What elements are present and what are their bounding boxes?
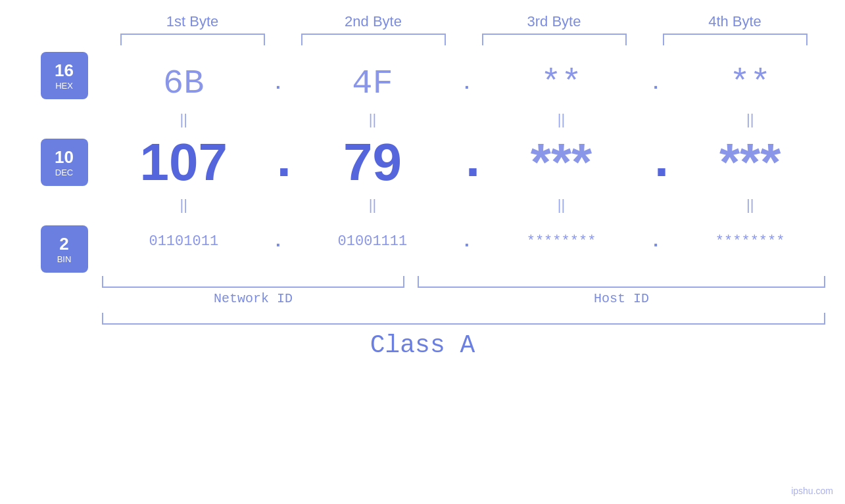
bracket-byte2 <box>301 34 446 45</box>
dec-b4: *** <box>685 132 816 193</box>
hex-badge-label: HEX <box>55 81 73 91</box>
dec-b2: 79 <box>306 132 438 193</box>
byte1-header: 1st Byte <box>120 13 265 30</box>
hex-badge: 16 HEX <box>41 52 88 99</box>
bin-row: 01101011 . 01001111 . ******** . <box>102 215 832 267</box>
eq2-b3: || <box>496 196 627 214</box>
host-bracket <box>418 276 825 288</box>
class-a-label: Class A <box>370 331 475 359</box>
top-brackets <box>0 34 845 45</box>
dec-dot3: . <box>646 136 665 189</box>
host-id-label: Host ID <box>418 291 825 306</box>
big-bracket-row <box>0 313 845 325</box>
eq2-b4: || <box>685 196 816 214</box>
byte-headers: 1st Byte 2nd Byte 3rd Byte 4th Byte <box>0 13 845 30</box>
dec-b1: 107 <box>118 132 249 193</box>
network-id-label: Network ID <box>102 291 404 306</box>
values-grid: 6B . 4F . ** . ** <box>102 57 832 267</box>
bin-badge-label: BIN <box>57 254 72 264</box>
bin-badge: 2 BIN <box>41 225 88 273</box>
bin-dot1: . <box>268 231 288 252</box>
hex-b1: 6B <box>118 64 249 103</box>
bin-b1: 01101011 <box>118 233 249 250</box>
dec-badge-label: DEC <box>55 168 73 177</box>
bin-dot2: . <box>457 231 477 252</box>
dec-badge: 10 DEC <box>41 139 88 186</box>
dec-b3: *** <box>496 132 627 193</box>
byte2-header: 2nd Byte <box>301 13 446 30</box>
dec-badge-num: 10 <box>55 147 74 168</box>
hex-row: 6B . 4F . ** . ** <box>102 57 832 110</box>
byte3-header: 3rd Byte <box>482 13 627 30</box>
hex-dot1: . <box>268 74 288 94</box>
hex-dot2: . <box>457 74 477 94</box>
dec-dot2: . <box>457 136 477 189</box>
main-container: 1st Byte 2nd Byte 3rd Byte 4th Byte 16 H… <box>0 0 845 504</box>
bin-b3: ******** <box>496 233 627 250</box>
bottom-brackets <box>0 276 845 288</box>
bracket-byte3 <box>482 34 627 45</box>
content-area: 16 HEX 10 DEC 2 BIN 6B . <box>0 52 845 273</box>
network-bracket <box>102 276 404 288</box>
hex-dot3: . <box>646 74 665 94</box>
id-labels: Network ID Host ID <box>0 291 845 306</box>
eq2-b2: || <box>306 196 438 214</box>
watermark: ipshu.com <box>791 486 833 496</box>
eq1-b1: || <box>118 111 249 128</box>
bracket-byte1 <box>120 34 265 45</box>
equals-row-2: || || || || <box>102 195 832 215</box>
hex-b2: 4F <box>306 64 438 103</box>
bracket-byte4 <box>663 34 808 45</box>
badges-column: 16 HEX 10 DEC 2 BIN <box>26 52 102 273</box>
hex-badge-num: 16 <box>55 60 74 81</box>
bin-b4: ******** <box>685 233 816 250</box>
equals-row-1: || || || || <box>102 110 832 129</box>
hex-b4: ** <box>685 64 816 103</box>
eq1-b3: || <box>496 111 627 128</box>
dec-dot1: . <box>268 136 288 189</box>
eq1-b2: || <box>306 111 438 128</box>
eq1-b4: || <box>685 111 816 128</box>
bin-badge-num: 2 <box>59 234 68 254</box>
byte4-header: 4th Byte <box>663 13 808 30</box>
class-label-row: Class A <box>0 331 845 359</box>
hex-b3: ** <box>496 64 627 103</box>
bin-b2: 01001111 <box>306 233 438 250</box>
bin-dot3: . <box>646 231 665 252</box>
class-bracket <box>102 313 825 325</box>
dec-row: 107 . 79 . *** . *** <box>102 129 832 195</box>
eq2-b1: || <box>118 196 249 214</box>
